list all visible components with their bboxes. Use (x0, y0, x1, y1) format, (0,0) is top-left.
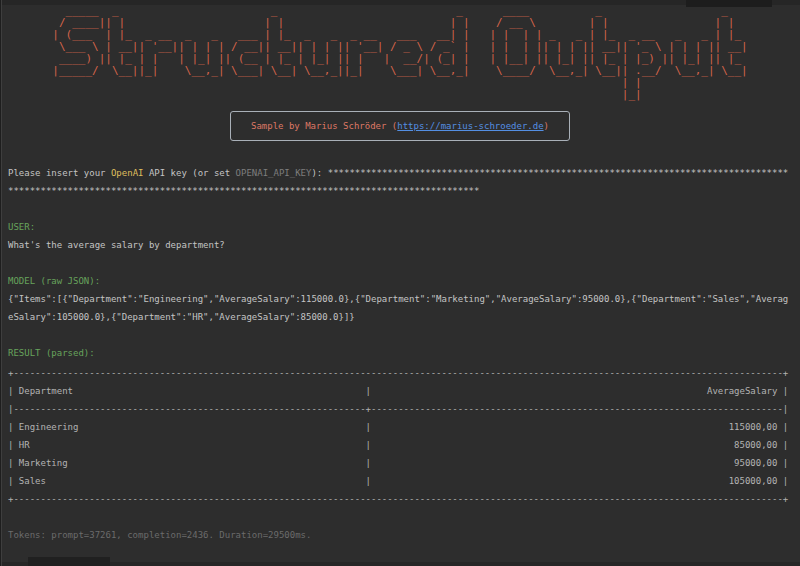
sample-credit-box: Sample by Marius Schröder (https://mariu… (230, 111, 570, 141)
env-var-name: OPENAI_API_KEY (236, 168, 312, 178)
ascii-banner: _____ _ _ _ ____ _ _ / ____|| | | | | | … (52, 5, 747, 101)
window-top-edge (0, 0, 800, 5)
console-output-panel: _____ _ _ _ ____ _ _ / ____|| | | | | | … (0, 0, 800, 566)
window-bottom-edge (0, 562, 800, 566)
token-stats-line: Tokens: prompt=37261, completion=2436. D… (8, 526, 792, 544)
author-website-link[interactable]: https://marius-schroeder.de (397, 121, 543, 131)
prompt-text-after: ): (311, 168, 327, 178)
model-section: MODEL (raw JSON): {"Items":[{"Department… (8, 272, 792, 326)
prompt-text-before: Please insert your (8, 168, 111, 178)
result-section: RESULT (parsed): +----------------------… (8, 344, 792, 508)
openai-product-name: OpenAI (111, 168, 144, 178)
user-message: What's the average salary by department? (8, 236, 792, 254)
model-section-label: MODEL (raw JSON): (8, 272, 792, 290)
window-top-notch (686, 0, 772, 7)
result-table: +---------------------------------------… (8, 364, 792, 508)
window-left-edge (0, 0, 2, 566)
sample-credit-suffix: ) (544, 121, 549, 131)
api-key-prompt-line: Please insert your OpenAI API key (or se… (8, 164, 792, 200)
result-section-label: RESULT (parsed): (8, 344, 792, 362)
model-raw-json: {"Items":[{"Department":"Engineering","A… (8, 290, 792, 326)
prompt-text-middle: API key (or set (143, 168, 235, 178)
user-section: USER: What's the average salary by depar… (8, 218, 792, 254)
window-bottom-notch (28, 557, 110, 566)
sample-credit-prefix: Sample by Marius Schröder ( (251, 121, 397, 131)
user-section-label: USER: (8, 218, 792, 236)
